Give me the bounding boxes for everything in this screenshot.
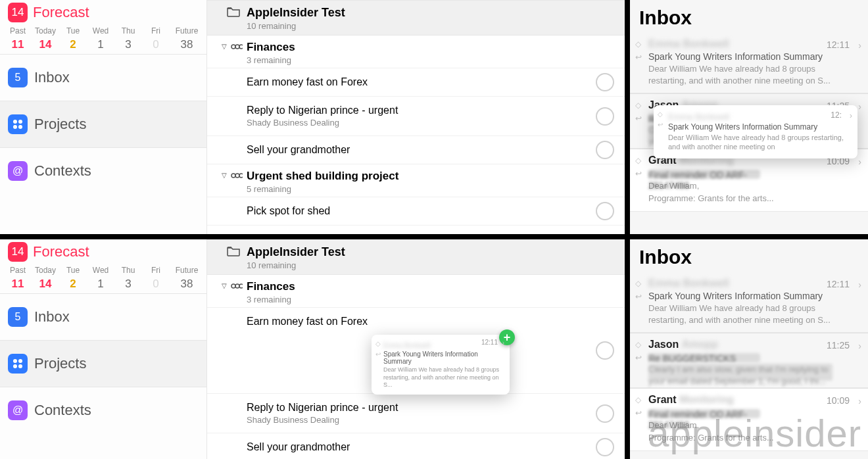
nav-forecast[interactable]: 14 Forecast — [0, 239, 206, 262]
flag-icon: ◇ — [635, 279, 641, 288]
task-title: Sell your grandmother — [247, 441, 588, 453]
day-count: 14 — [32, 278, 59, 291]
parallel-icon — [231, 281, 243, 292]
task-checkbox[interactable] — [596, 73, 614, 91]
task-row[interactable]: Sell your grandmother — [207, 136, 625, 164]
mail-time: 10:09 — [827, 395, 850, 406]
panel-bottom-right: Inbox ◇↩Emma Bonkwell12:11›Spark Young W… — [630, 239, 868, 459]
forecast-day-wed[interactable]: Wed1 — [87, 266, 114, 291]
forecast-label: Forecast — [33, 243, 89, 260]
forecast-day-today[interactable]: Today14 — [32, 26, 59, 51]
task-row[interactable]: Earn money fast on Forex — [207, 68, 625, 97]
day-name: Past — [4, 26, 32, 36]
svg-point-9 — [239, 174, 243, 178]
nav-contexts[interactable]: @ Contexts — [0, 387, 206, 433]
mail-item[interactable]: ◇↩Grant Monitoring10:09›Final reminder O… — [630, 149, 868, 211]
forecast-day-strip: Past11Today14Tue2Wed1Thu3Fri0Future38 — [0, 22, 206, 54]
forecast-day-tue[interactable]: Tue2 — [59, 26, 87, 51]
task-checkbox[interactable] — [596, 202, 614, 220]
mail-preview: Programme: Grants for the arts... — [648, 432, 850, 444]
flag-icon: ◇ — [635, 39, 641, 49]
parallel-icon — [231, 42, 243, 53]
contexts-label: Contexts — [34, 402, 91, 419]
drag-preview: Dear William We have already had 8 group… — [383, 366, 504, 389]
drag-time: 12:11 — [481, 339, 498, 346]
svg-point-8 — [235, 174, 239, 178]
day-count: 14 — [32, 38, 59, 51]
omnifocus-sidebar: 14 Forecast Past11Today14Tue2Wed1Thu3Fri… — [0, 0, 207, 234]
projects-icon — [8, 114, 28, 134]
task-section-header[interactable]: ▽Finances3 remaining — [207, 36, 625, 68]
task-row[interactable]: Pick spot for shed — [207, 197, 625, 226]
project-group-header[interactable]: AppleInsider Test 10 remaining — [207, 239, 625, 275]
forecast-day-fri[interactable]: Fri0 — [142, 26, 170, 51]
reply-icon: ↩ — [635, 292, 642, 301]
mail-item[interactable]: ◇↩Emma Bonkwell12:11›Spark Young Writers… — [630, 33, 868, 93]
mail-item[interactable]: ◇↩Jason Amopp11:25›Re BUGGERSTICKSClearl… — [630, 333, 868, 388]
nav-inbox[interactable]: 5 Inbox — [0, 54, 206, 101]
drag-time: 12: — [831, 110, 842, 120]
mail-item[interactable]: ◇↩Emma Bonkwell12:11›Spark Young Writers… — [630, 272, 868, 333]
task-section-header[interactable]: ▽Finances3 remaining — [207, 275, 625, 308]
nav-inbox[interactable]: 5 Inbox — [0, 293, 206, 340]
svg-point-2 — [13, 125, 17, 129]
panel-top-right: Inbox ◇↩Emma Bonkwell12:11›Spark Young W… — [630, 0, 868, 234]
forecast-day-thu[interactable]: Thu3 — [114, 26, 142, 51]
nav-projects[interactable]: Projects — [0, 101, 206, 147]
day-count: 1 — [87, 278, 114, 291]
svg-point-10 — [13, 359, 17, 363]
day-count: 11 — [4, 38, 32, 51]
forecast-day-tue[interactable]: Tue2 — [59, 266, 87, 291]
day-count: 11 — [4, 278, 32, 291]
parallel-icon — [231, 171, 243, 181]
forecast-day-future[interactable]: Future38 — [170, 266, 204, 291]
mail-subject-redacted: Final reminder OD ARF-28147456 — [648, 407, 850, 418]
svg-point-0 — [13, 120, 17, 124]
forecast-day-today[interactable]: Today14 — [32, 266, 59, 291]
task-checkbox[interactable] — [596, 438, 614, 456]
task-row[interactable]: Reply to Nigerian prince - urgentShady B… — [207, 394, 625, 433]
reply-icon: ↩ — [635, 169, 642, 178]
mail-time: 12:11 — [827, 279, 850, 289]
mail-item[interactable]: ◇↩Grant Monitoring10:09›Final reminder O… — [630, 388, 868, 450]
forecast-day-thu[interactable]: Thu3 — [114, 266, 142, 291]
task-section-header[interactable]: ▽Urgent shed building project5 remaining — [207, 164, 625, 197]
nav-contexts[interactable]: @ Contexts — [0, 147, 206, 194]
projects-label: Projects — [34, 355, 86, 372]
task-subtitle: Shady Business Dealing — [247, 415, 588, 425]
task-checkbox[interactable] — [596, 107, 614, 126]
forecast-day-fri[interactable]: Fri0 — [142, 266, 170, 291]
day-count: 3 — [114, 278, 142, 291]
group-subtitle: 10 remaining — [247, 260, 617, 270]
section-subtitle: 3 remaining — [247, 55, 617, 65]
forecast-day-wed[interactable]: Wed1 — [87, 26, 114, 51]
task-row[interactable]: Reply to Nigerian prince - urgentShady B… — [207, 97, 625, 136]
task-checkbox[interactable] — [596, 141, 614, 159]
forecast-day-future[interactable]: Future38 — [170, 26, 204, 51]
day-count: 1 — [87, 38, 114, 51]
svg-point-16 — [239, 284, 243, 288]
forecast-day-past[interactable]: Past11 — [4, 266, 32, 291]
task-checkbox[interactable] — [596, 341, 614, 360]
svg-point-3 — [18, 125, 22, 129]
forecast-day-past[interactable]: Past11 — [4, 26, 32, 51]
chevron-down-icon: ▽ — [222, 172, 227, 179]
task-subtitle: Shady Business Dealing — [247, 118, 588, 128]
mail-sender-redacted: Emma Bonkwell — [648, 278, 729, 289]
task-checkbox[interactable] — [596, 404, 614, 423]
svg-point-11 — [18, 359, 22, 363]
project-group-header[interactable]: AppleInsider Test 10 remaining — [207, 0, 625, 36]
nav-forecast[interactable]: 14 Forecast — [0, 0, 206, 22]
flag-icon: ◇ — [635, 395, 641, 404]
inbox-badge: 5 — [8, 307, 28, 327]
task-list: AppleInsider Test 10 remaining ▽Finances… — [207, 239, 625, 459]
svg-point-13 — [18, 364, 22, 368]
day-name: Fri — [142, 266, 170, 275]
drag-preview-card[interactable]: ◇ ↩ Emma Bonkwell 12: › Spark Young Writ… — [654, 105, 857, 158]
projects-icon — [8, 354, 28, 374]
task-row[interactable]: Sell your grandmother — [207, 433, 625, 459]
nav-projects[interactable]: Projects — [0, 340, 206, 387]
drop-preview-card[interactable]: + ◇ ↩ Emma Bonkwell 12:11 › Spark Young … — [372, 335, 510, 395]
day-name: Thu — [114, 266, 142, 275]
contexts-label: Contexts — [34, 162, 91, 180]
